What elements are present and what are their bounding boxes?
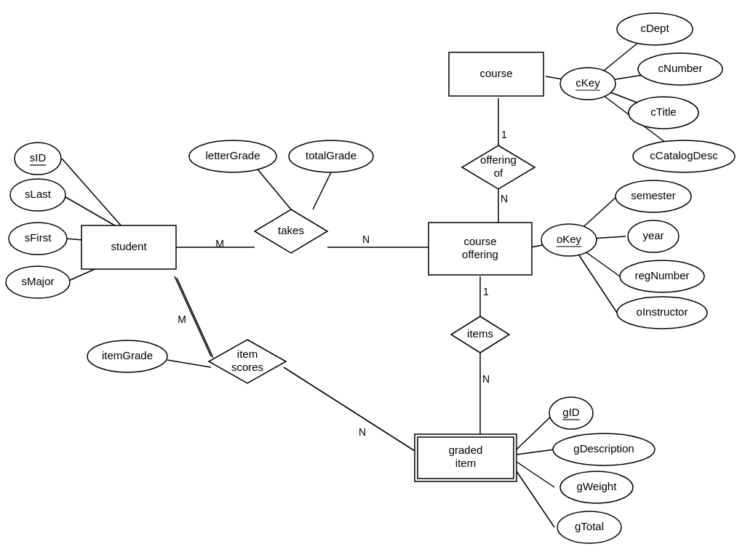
er-diagram — [0, 0, 745, 560]
